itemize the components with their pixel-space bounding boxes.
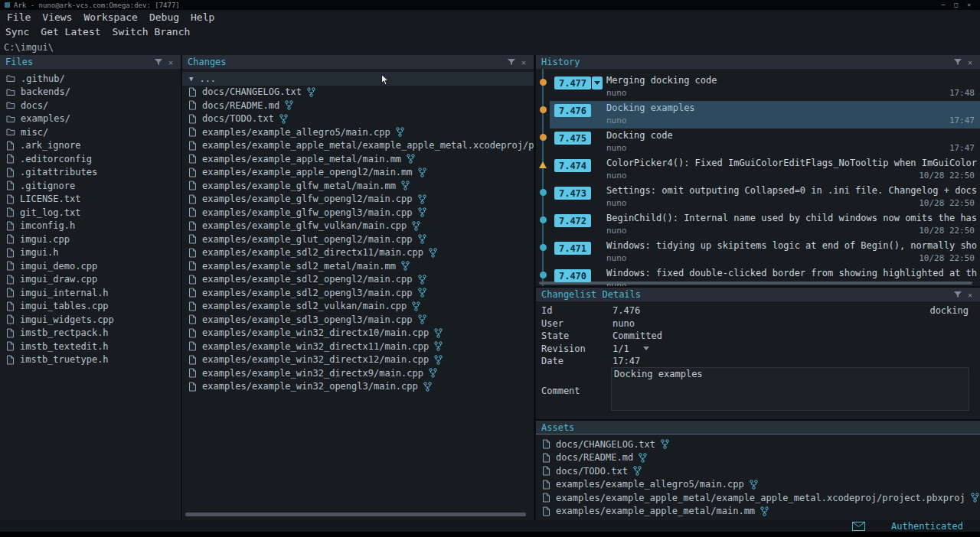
detail-label: Id [541, 305, 612, 316]
maximize-button[interactable]: □ [954, 0, 958, 10]
changeset-row[interactable]: 7.475 Docking code nuno 17:47 [536, 129, 980, 156]
file-tree-item[interactable]: imgui_widgets.cpp [0, 313, 181, 327]
filter-icon[interactable] [152, 56, 165, 68]
close-button[interactable]: ✕ [967, 0, 971, 10]
changed-file-row[interactable]: examples/example_win32_opengl3/main.cpp [182, 380, 534, 394]
changeset-id-badge[interactable]: 7.474 [554, 159, 591, 172]
changeset-row[interactable]: 7.472 BeginChild(): Internal name used b… [536, 211, 980, 239]
changed-file-row[interactable]: examples/example_glfw_opengl2/main.cpp [182, 193, 534, 207]
changed-file-row[interactable]: examples/example_glfw_vulkan/main.cpp [182, 220, 534, 233]
file-tree-item[interactable]: .editorconfig [0, 152, 181, 166]
changeset-row[interactable]: 7.477 Merging docking code nuno 17:48 [536, 73, 980, 101]
file-tree-item[interactable]: git_log.txt [0, 206, 181, 220]
changeset-id-badge[interactable]: 7.472 [554, 214, 591, 227]
file-tree-item[interactable]: imgui_tables.cpp [0, 300, 181, 314]
menu-item-file[interactable]: File [7, 11, 31, 23]
graph-node-icon [539, 161, 547, 168]
toolbar-button-switch-branch[interactable]: Switch Branch [113, 26, 191, 37]
horizontal-scrollbar[interactable] [185, 513, 526, 516]
changed-file-row[interactable]: examples/example_sdl2_vulkan/main.cpp [182, 300, 534, 314]
menu-item-workspace[interactable]: Workspace [83, 11, 137, 23]
changed-file-row[interactable]: examples/example_glfw_opengl3/main.cpp [182, 206, 534, 220]
filter-icon[interactable] [505, 56, 518, 68]
changed-file-row[interactable]: examples/example_apple_metal/main.mm [182, 152, 534, 166]
path-bar: C:\imgui\ [0, 40, 980, 55]
filter-icon[interactable] [952, 288, 964, 301]
file-tree-item[interactable]: .gitattributes [0, 166, 181, 180]
menu-item-views[interactable]: Views [42, 11, 72, 23]
file-tree-item[interactable]: backends/ [0, 86, 181, 99]
file-icon [188, 100, 197, 110]
asset-row[interactable]: docs/TODO.txt [536, 464, 980, 478]
asset-row[interactable]: examples/example_allegro5/main.cpp [536, 478, 980, 492]
changeset-id-badge[interactable]: 7.471 [554, 242, 591, 255]
changeset-row[interactable]: 7.473 Settings: omit outputing Collapsed… [536, 184, 980, 211]
file-path: docs/README.md [556, 452, 633, 463]
toolbar-button-get-latest[interactable]: Get Latest [41, 26, 100, 37]
mail-icon[interactable] [852, 522, 865, 531]
changeset-id-badge[interactable]: 7.476 [554, 104, 591, 117]
file-tree-item[interactable]: imconfig.h [0, 220, 181, 233]
file-tree-item[interactable]: imgui.cpp [0, 233, 181, 246]
file-tree-item[interactable]: misc/ [0, 125, 181, 139]
changed-file-row[interactable]: examples/example_glfw_metal/main.mm [182, 179, 534, 193]
changed-file-row[interactable]: examples/example_win32_directx11/main.cp… [182, 340, 534, 353]
changed-file-row[interactable]: examples/example_sdl3_opengl3/main.cpp [182, 313, 534, 327]
asset-row[interactable]: examples/example_apple_metal/main.mm [536, 505, 980, 519]
file-tree-item[interactable]: LICENSE.txt [0, 193, 181, 207]
changed-file-row[interactable]: docs/CHANGELOG.txt [182, 86, 534, 99]
close-icon[interactable]: ✕ [964, 291, 976, 299]
horizontal-scrollbar[interactable] [539, 282, 972, 285]
file-tree-item[interactable]: imstb_rectpack.h [0, 327, 181, 340]
assets-panel-title: Assets [541, 422, 976, 433]
changed-file-row[interactable]: examples/example_win32_directx10/main.cp… [182, 327, 534, 340]
file-tree-item[interactable]: imgui_draw.cpp [0, 273, 181, 287]
changeset-dropdown-icon[interactable] [592, 76, 603, 90]
changeset-id-badge[interactable]: 7.473 [554, 187, 591, 200]
changeset-row[interactable]: 7.476 Docking examples nuno 17:47 [536, 101, 980, 129]
changed-file-row[interactable]: examples/example_win32_directx9/main.cpp [182, 366, 534, 380]
file-tree-item[interactable]: docs/ [0, 99, 181, 112]
changed-file-row[interactable]: examples/example_sdl2_opengl2/main.cpp [182, 273, 534, 287]
changed-file-row[interactable]: examples/example_sdl2_metal/main.mm [182, 259, 534, 273]
file-tree-item[interactable]: imgui.h [0, 246, 181, 260]
filter-icon[interactable] [952, 56, 964, 68]
changeset-id-badge[interactable]: 7.475 [554, 132, 591, 145]
changed-file-row[interactable]: examples/example_sdl2_opengl3/main.cpp [182, 286, 534, 300]
changed-file-row[interactable]: docs/README.md [182, 99, 534, 112]
file-tree-item[interactable]: imgui_internal.h [0, 286, 181, 300]
asset-row[interactable]: docs/README.md [536, 451, 980, 465]
changed-file-row[interactable]: examples/example_apple_opengl2/main.mm [182, 166, 534, 180]
close-icon[interactable]: ✕ [165, 58, 177, 67]
file-tree-item[interactable]: imstb_textedit.h [0, 340, 181, 353]
file-icon [542, 480, 550, 490]
asset-row[interactable]: examples/example_apple_metal/example_app… [536, 491, 980, 505]
changed-file-row[interactable]: docs/TODO.txt [182, 112, 534, 126]
close-icon[interactable]: ✕ [518, 58, 530, 67]
changed-file-row[interactable]: examples/example_apple_metal/example_app… [182, 139, 534, 153]
close-icon[interactable]: ✕ [964, 58, 976, 67]
file-icon [188, 288, 197, 298]
chevron-down-icon[interactable] [643, 347, 649, 350]
changed-file-row[interactable]: examples/example_win32_directx12/main.cp… [182, 353, 534, 367]
file-tree-item[interactable]: imgui_demo.cpp [0, 259, 181, 273]
minimize-button[interactable]: – [942, 0, 946, 10]
changeset-id-badge[interactable]: 7.470 [554, 269, 591, 282]
file-tree-item[interactable]: examples/ [0, 112, 181, 126]
changed-file-row[interactable]: examples/example_glut_opengl2/main.cpp [182, 233, 534, 246]
changes-root-row[interactable]: ▼ ... [182, 72, 534, 86]
file-tree-item[interactable]: .github/ [0, 72, 181, 86]
changeset-row[interactable]: 7.474 ColorPicker4(): Fixed ImGuiColorEd… [536, 156, 980, 184]
changeset-id-badge[interactable]: 7.477 [554, 76, 591, 90]
comment-box[interactable]: Docking examples [611, 367, 969, 411]
file-tree-item[interactable]: imstb_truetype.h [0, 353, 181, 367]
toolbar-button-sync[interactable]: Sync [5, 26, 29, 37]
menu-item-help[interactable]: Help [191, 11, 214, 23]
file-tree-item[interactable]: .ark_ignore [0, 139, 181, 153]
changeset-row[interactable]: 7.471 Windows: tidying up skipitems logi… [536, 239, 980, 266]
changed-file-row[interactable]: examples/example_allegro5/main.cpp [182, 125, 534, 139]
file-tree-item[interactable]: .gitignore [0, 179, 181, 193]
menu-item-debug[interactable]: Debug [149, 11, 179, 23]
asset-row[interactable]: docs/CHANGELOG.txt [536, 438, 980, 451]
changed-file-row[interactable]: examples/example_sdl2_directx11/main.cpp [182, 246, 534, 260]
